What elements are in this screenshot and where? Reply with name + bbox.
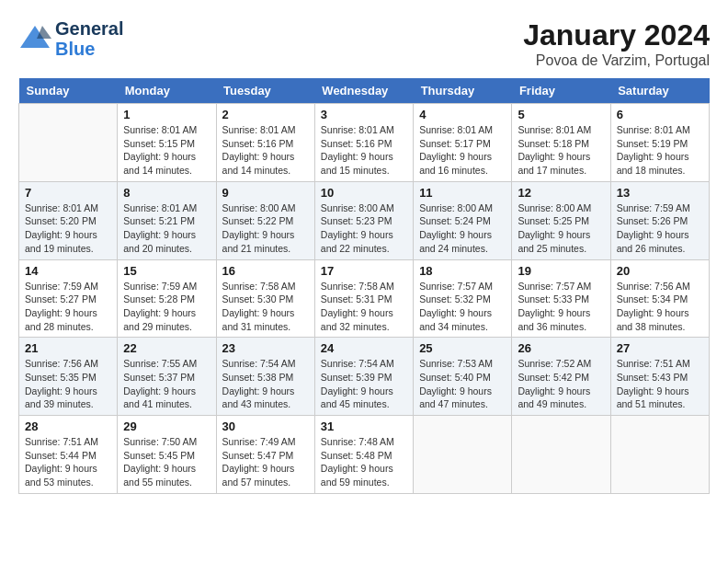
day-info: Sunrise: 7:56 AMSunset: 5:34 PMDaylight:…	[617, 280, 703, 334]
calendar-cell: 28Sunrise: 7:51 AMSunset: 5:44 PMDayligh…	[19, 416, 118, 494]
calendar-cell: 24Sunrise: 7:54 AMSunset: 5:39 PMDayligh…	[314, 338, 413, 416]
day-info: Sunrise: 8:00 AMSunset: 5:24 PMDaylight:…	[419, 201, 506, 256]
day-number: 22	[123, 341, 210, 355]
day-number: 18	[419, 264, 506, 278]
day-info: Sunrise: 8:01 AMSunset: 5:16 PMDaylight:…	[222, 123, 309, 178]
day-info: Sunrise: 8:01 AMSunset: 5:16 PMDaylight:…	[321, 123, 407, 178]
day-info: Sunrise: 8:00 AMSunset: 5:25 PMDaylight:…	[518, 201, 604, 256]
calendar-cell: 15Sunrise: 7:59 AMSunset: 5:28 PMDayligh…	[118, 259, 216, 338]
calendar-cell: 30Sunrise: 7:49 AMSunset: 5:47 PMDayligh…	[216, 416, 314, 494]
calendar-cell: 13Sunrise: 7:59 AMSunset: 5:26 PMDayligh…	[610, 181, 709, 259]
logo-blue: Blue	[55, 39, 123, 59]
calendar-header-row: SundayMondayTuesdayWednesdayThursdayFrid…	[19, 78, 710, 104]
day-number: 10	[321, 186, 407, 200]
calendar-cell	[414, 416, 512, 494]
calendar-week-row: 28Sunrise: 7:51 AMSunset: 5:44 PMDayligh…	[19, 416, 710, 494]
day-info: Sunrise: 7:57 AMSunset: 5:32 PMDaylight:…	[419, 280, 506, 334]
day-info: Sunrise: 8:00 AMSunset: 5:23 PMDaylight:…	[321, 201, 407, 256]
calendar-cell: 18Sunrise: 7:57 AMSunset: 5:32 PMDayligh…	[414, 259, 512, 338]
calendar-table: SundayMondayTuesdayWednesdayThursdayFrid…	[18, 78, 710, 494]
calendar-header-tuesday: Tuesday	[216, 78, 314, 104]
day-number: 19	[518, 264, 604, 278]
calendar-cell: 22Sunrise: 7:55 AMSunset: 5:37 PMDayligh…	[118, 338, 216, 416]
calendar-cell: 29Sunrise: 7:50 AMSunset: 5:45 PMDayligh…	[118, 416, 216, 494]
calendar-header-saturday: Saturday	[610, 78, 709, 104]
day-info: Sunrise: 7:55 AMSunset: 5:37 PMDaylight:…	[123, 357, 210, 411]
calendar-cell: 23Sunrise: 7:54 AMSunset: 5:38 PMDayligh…	[216, 338, 314, 416]
calendar-cell	[512, 416, 610, 494]
day-info: Sunrise: 7:56 AMSunset: 5:35 PMDaylight:…	[25, 357, 111, 411]
day-number: 28	[25, 419, 111, 433]
day-number: 27	[617, 341, 703, 355]
day-info: Sunrise: 7:54 AMSunset: 5:39 PMDaylight:…	[321, 357, 407, 411]
day-info: Sunrise: 8:01 AMSunset: 5:20 PMDaylight:…	[25, 201, 111, 256]
calendar-cell: 11Sunrise: 8:00 AMSunset: 5:24 PMDayligh…	[414, 181, 512, 259]
day-number: 31	[321, 419, 407, 433]
day-info: Sunrise: 7:58 AMSunset: 5:30 PMDaylight:…	[222, 280, 309, 334]
day-number: 14	[25, 264, 111, 278]
calendar-cell: 4Sunrise: 8:01 AMSunset: 5:17 PMDaylight…	[414, 104, 512, 182]
day-number: 24	[321, 341, 407, 355]
calendar-week-row: 21Sunrise: 7:56 AMSunset: 5:35 PMDayligh…	[19, 338, 710, 416]
day-info: Sunrise: 8:01 AMSunset: 5:18 PMDaylight:…	[518, 123, 604, 178]
day-info: Sunrise: 7:51 AMSunset: 5:43 PMDaylight:…	[617, 357, 703, 411]
calendar-cell: 20Sunrise: 7:56 AMSunset: 5:34 PMDayligh…	[610, 259, 709, 338]
day-info: Sunrise: 7:57 AMSunset: 5:33 PMDaylight:…	[518, 280, 604, 334]
day-number: 16	[222, 264, 309, 278]
day-info: Sunrise: 7:52 AMSunset: 5:42 PMDaylight:…	[518, 357, 604, 411]
day-number: 5	[518, 108, 604, 121]
day-number: 23	[222, 341, 309, 355]
day-number: 8	[123, 186, 210, 200]
day-info: Sunrise: 8:01 AMSunset: 5:15 PMDaylight:…	[123, 123, 210, 178]
day-number: 4	[419, 108, 506, 121]
day-number: 2	[222, 108, 309, 121]
calendar-cell: 9Sunrise: 8:00 AMSunset: 5:22 PMDaylight…	[216, 181, 314, 259]
logo-general: General	[55, 18, 123, 39]
day-info: Sunrise: 7:54 AMSunset: 5:38 PMDaylight:…	[222, 357, 309, 411]
calendar-cell: 16Sunrise: 7:58 AMSunset: 5:30 PMDayligh…	[216, 259, 314, 338]
day-info: Sunrise: 7:51 AMSunset: 5:44 PMDaylight:…	[25, 435, 111, 489]
calendar-header-wednesday: Wednesday	[314, 78, 413, 104]
day-number: 20	[617, 264, 703, 278]
calendar-cell: 2Sunrise: 8:01 AMSunset: 5:16 PMDaylight…	[216, 104, 314, 182]
day-info: Sunrise: 7:59 AMSunset: 5:26 PMDaylight:…	[617, 201, 703, 256]
calendar-cell: 6Sunrise: 8:01 AMSunset: 5:19 PMDaylight…	[610, 104, 709, 182]
calendar-cell: 27Sunrise: 7:51 AMSunset: 5:43 PMDayligh…	[610, 338, 709, 416]
calendar-cell	[610, 416, 709, 494]
day-info: Sunrise: 8:01 AMSunset: 5:19 PMDaylight:…	[617, 123, 703, 178]
calendar-cell: 8Sunrise: 8:01 AMSunset: 5:21 PMDaylight…	[118, 181, 216, 259]
page-title: January 2024	[523, 18, 710, 52]
day-number: 21	[25, 341, 111, 355]
calendar-cell: 3Sunrise: 8:01 AMSunset: 5:16 PMDaylight…	[314, 104, 413, 182]
calendar-cell: 7Sunrise: 8:01 AMSunset: 5:20 PMDaylight…	[19, 181, 118, 259]
day-info: Sunrise: 7:58 AMSunset: 5:31 PMDaylight:…	[321, 280, 407, 334]
day-info: Sunrise: 7:49 AMSunset: 5:47 PMDaylight:…	[222, 435, 309, 489]
day-info: Sunrise: 8:01 AMSunset: 5:17 PMDaylight:…	[419, 123, 506, 178]
day-number: 11	[419, 186, 506, 200]
day-info: Sunrise: 7:59 AMSunset: 5:27 PMDaylight:…	[25, 280, 111, 334]
day-info: Sunrise: 7:48 AMSunset: 5:48 PMDaylight:…	[321, 435, 407, 489]
calendar-cell: 31Sunrise: 7:48 AMSunset: 5:48 PMDayligh…	[314, 416, 413, 494]
calendar-cell: 5Sunrise: 8:01 AMSunset: 5:18 PMDaylight…	[512, 104, 610, 182]
page-subtitle: Povoa de Varzim, Portugal	[523, 52, 710, 69]
calendar-week-row: 7Sunrise: 8:01 AMSunset: 5:20 PMDaylight…	[19, 181, 710, 259]
calendar-cell: 21Sunrise: 7:56 AMSunset: 5:35 PMDayligh…	[19, 338, 118, 416]
day-number: 17	[321, 264, 407, 278]
day-number: 1	[123, 108, 210, 121]
calendar-header-thursday: Thursday	[414, 78, 512, 104]
page-header: General Blue January 2024 Povoa de Varzi…	[18, 18, 710, 69]
calendar-cell: 10Sunrise: 8:00 AMSunset: 5:23 PMDayligh…	[314, 181, 413, 259]
day-number: 13	[617, 186, 703, 200]
calendar-cell	[19, 104, 118, 182]
calendar-cell: 19Sunrise: 7:57 AMSunset: 5:33 PMDayligh…	[512, 259, 610, 338]
calendar-cell: 14Sunrise: 7:59 AMSunset: 5:27 PMDayligh…	[19, 259, 118, 338]
day-number: 15	[123, 264, 210, 278]
day-number: 3	[321, 108, 407, 121]
day-number: 29	[123, 419, 210, 433]
calendar-cell: 25Sunrise: 7:53 AMSunset: 5:40 PMDayligh…	[414, 338, 512, 416]
day-number: 7	[25, 186, 111, 200]
day-info: Sunrise: 8:00 AMSunset: 5:22 PMDaylight:…	[222, 201, 309, 256]
calendar-cell: 17Sunrise: 7:58 AMSunset: 5:31 PMDayligh…	[314, 259, 413, 338]
day-info: Sunrise: 7:50 AMSunset: 5:45 PMDaylight:…	[123, 435, 210, 489]
calendar-cell: 26Sunrise: 7:52 AMSunset: 5:42 PMDayligh…	[512, 338, 610, 416]
